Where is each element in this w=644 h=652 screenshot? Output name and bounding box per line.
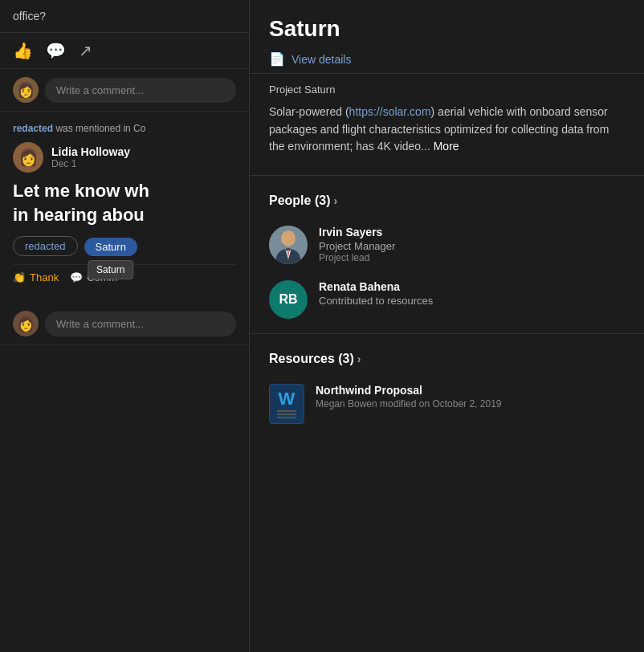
right-detail-panel: Saturn 📄 View details Project Saturn Sol… [249,0,644,652]
people-header[interactable]: People (3) › [250,182,644,218]
renata-initials: RB [279,292,297,307]
description-link[interactable]: https://solar.com [349,105,431,118]
author-info: Lidia Holloway Dec 1 [51,145,130,169]
comment-icon[interactable]: 💬 [46,41,66,60]
author-date: Dec 1 [51,158,130,169]
irvin-info: Irvin Sayers Project Manager Project lea… [319,226,395,263]
second-comment-row: 👩 Write a comment... [0,303,249,345]
comment-input-2[interactable]: Write a comment... [45,312,236,336]
post-content: Let me know wh in hearing abou [13,179,236,226]
resources-label: Resources (3) [269,352,354,366]
resource-row-northwind: W Northwind Proposal Megan Bowen modifie… [250,376,644,432]
comment-bubble-icon: 💬 [70,271,83,283]
top-text: office? [13,10,46,22]
saturn-tooltip: Saturn [88,260,133,279]
avatar-renata: RB [269,280,308,319]
thank-button[interactable]: 👏 Thank [13,271,59,283]
top-bar-text: office? [0,0,249,33]
chevron-right-icon: › [333,194,337,207]
word-doc-icon: W [269,384,304,424]
mentioned-text: redacted was mentioned in Co [13,123,236,134]
doc-line-3 [277,417,296,418]
renata-role: Contributed to resources [319,295,433,307]
irvin-role: Project Manager [319,240,395,252]
thank-label: Thank [30,271,59,283]
first-comment-row: 👩 Write a comment... [0,69,249,112]
mention-name: redacted [13,123,53,134]
post-author-row: 👩 Lidia Holloway Dec 1 [13,142,236,173]
person-row-irvin: Irvin Sayers Project Manager Project lea… [250,218,644,272]
comment-input-1[interactable]: Write a comment... [45,78,236,103]
share-icon[interactable]: ↗ [79,41,92,60]
resources-chevron-icon: › [357,352,361,365]
resource-name: Northwind Proposal [316,384,501,397]
avatar-irvin [269,226,308,264]
left-feed-panel: office? 👍 💬 ↗ 👩 Write a comment... redac… [0,0,249,652]
description-text: Solar-powered (https://solar.com) aerial… [250,100,644,169]
avatar-user2: 👩 [13,311,39,336]
reaction-bar: 👍 💬 ↗ [0,33,249,69]
divider-1 [250,175,644,176]
doc-lines [277,410,296,418]
tags-row: redacted Saturn Saturn [13,236,236,256]
clap-icon: 👏 [13,271,26,283]
thumbs-up-icon[interactable]: 👍 [13,41,33,60]
view-details-button[interactable]: 📄 View details [250,45,644,74]
tag-saturn[interactable]: Saturn [84,238,137,256]
divider-2 [250,333,644,334]
author-avatar: 👩 [13,142,43,173]
word-w-icon: W [279,390,296,408]
svg-point-1 [281,230,296,247]
resource-meta: Megan Bowen modified on October 2, 2019 [316,398,501,410]
panel-title: Saturn [250,0,644,45]
avatar-user1: 👩 [13,77,39,103]
renata-info: Renata Bahena Contributed to resources [319,280,433,307]
tag-saturn-wrapper: Saturn Saturn [84,239,137,254]
author-name: Lidia Holloway [51,145,130,158]
mentioned-section: redacted was mentioned in Co 👩 Lidia Hol… [0,112,249,296]
resources-header[interactable]: Resources (3) › [250,340,644,376]
irvin-avatar-svg [269,226,308,264]
people-label: People (3) [269,194,330,208]
more-button[interactable]: More [434,140,459,153]
northwind-info: Northwind Proposal Megan Bowen modified … [316,384,501,410]
mentioned-in-text: was mentioned in Co [55,123,145,134]
person-row-renata: RB Renata Bahena Contributed to resource… [250,272,644,327]
irvin-name: Irvin Sayers [319,226,395,238]
doc-line-1 [277,410,296,412]
document-icon: 📄 [269,51,285,67]
irvin-subrole: Project lead [319,252,395,263]
view-details-label: View details [291,53,351,66]
tag-redacted[interactable]: redacted [13,236,78,256]
renata-name: Renata Bahena [319,280,433,293]
project-label: Project Saturn [250,84,644,100]
doc-line-2 [277,414,296,415]
